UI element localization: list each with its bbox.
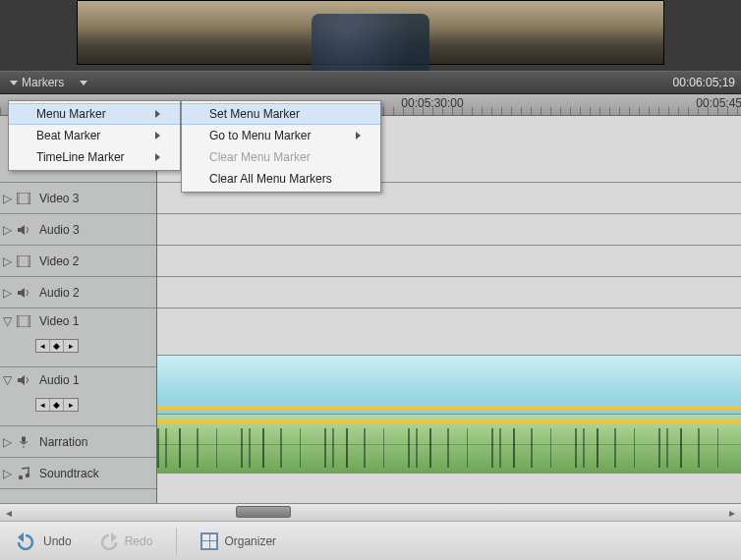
bottom-toolbar: Undo Redo Organizer	[0, 521, 741, 560]
svg-point-14	[19, 475, 23, 478]
track-label: Soundtrack	[39, 467, 99, 480]
chevron-down-icon	[10, 81, 18, 85]
menu-item-set-menu-marker[interactable]: Set Menu Marker	[182, 103, 380, 125]
lane-gap	[157, 308, 741, 356]
svg-rect-1	[17, 193, 20, 204]
track-header-soundtrack[interactable]: ▷ Soundtrack	[0, 458, 156, 489]
svg-rect-2	[28, 193, 30, 204]
waveform-midline	[157, 444, 741, 445]
svg-rect-5	[17, 255, 20, 267]
organizer-icon	[200, 532, 218, 550]
svg-rect-9	[17, 315, 20, 327]
ruler-tick-label: 00:05:30:00	[401, 96, 463, 110]
organizer-button[interactable]: Organizer	[195, 529, 282, 554]
markers-menu-button[interactable]: Markers	[6, 74, 91, 91]
undo-button[interactable]: Undo	[10, 529, 78, 554]
menu-item-clear-all-menu-markers[interactable]: Clear All Menu Markers	[182, 168, 380, 190]
svg-rect-6	[28, 255, 30, 267]
menu-item-clear-menu-marker[interactable]: Clear Menu Marker	[182, 146, 380, 168]
track-display-toggle[interactable]: ◂◆▸	[35, 398, 79, 412]
menu-item-label: Clear Menu Marker	[209, 150, 311, 164]
collapse-icon[interactable]: ▽	[0, 314, 14, 328]
svg-marker-3	[18, 225, 25, 235]
svg-marker-7	[18, 288, 25, 298]
film-icon	[14, 193, 33, 204]
menu-item-label: Set Menu Marker	[209, 107, 300, 121]
speaker-icon	[14, 224, 33, 236]
track-header-video1[interactable]: ▽ Video 1 ◂◆▸	[0, 308, 156, 367]
ruler-tick-label: 00:05:45:00	[696, 96, 741, 110]
menu-item-beat-marker[interactable]: Beat Marker	[9, 125, 180, 146]
lane-narration[interactable]	[157, 474, 741, 503]
track-header-video2[interactable]: ▷ Video 2	[0, 246, 156, 277]
menu-item-label: Clear All Menu Markers	[209, 172, 332, 186]
scroll-right-icon[interactable]: ▸	[723, 504, 741, 522]
lane-audio2[interactable]	[157, 277, 741, 308]
chevron-down-icon	[80, 81, 87, 85]
menu-item-go-to-menu-marker[interactable]: Go to Menu Marker	[182, 125, 380, 146]
expand-icon[interactable]: ▷	[0, 254, 14, 268]
track-header-narration[interactable]: ▷ Narration	[0, 426, 156, 458]
clip-video1[interactable]	[157, 356, 741, 415]
menu-item-timeline-marker[interactable]: TimeLine Marker	[9, 146, 180, 168]
waveform-icon	[157, 428, 741, 448]
expand-icon[interactable]: ▷	[0, 223, 14, 237]
speaker-icon	[14, 374, 33, 386]
track-label: Video 3	[39, 192, 79, 205]
svg-rect-12	[22, 436, 26, 443]
expand-icon[interactable]: ▷	[0, 286, 14, 300]
track-header-audio3[interactable]: ▷ Audio 3	[0, 214, 156, 246]
scroll-thumb[interactable]	[236, 506, 291, 518]
expand-icon[interactable]: ▷	[0, 192, 14, 205]
svg-marker-11	[18, 375, 25, 385]
menu-item-label: TimeLine Marker	[36, 150, 125, 164]
preview-frame	[77, 0, 664, 65]
clip-audio1[interactable]	[157, 415, 741, 474]
lane-audio3[interactable]	[157, 214, 741, 246]
film-icon	[14, 315, 33, 327]
undo-icon	[16, 532, 37, 550]
submenu-caret-icon	[155, 132, 160, 140]
organizer-label: Organizer	[224, 534, 276, 548]
undo-label: Undo	[43, 534, 72, 548]
svg-point-15	[26, 473, 29, 476]
microphone-icon	[14, 435, 33, 449]
redo-label: Redo	[125, 534, 153, 548]
markers-context-menu: Menu Marker Beat Marker TimeLine Marker	[8, 100, 181, 171]
menu-item-label: Menu Marker	[36, 107, 106, 121]
markers-toolbar: Markers 00:06:05;19	[0, 71, 741, 94]
redo-button[interactable]: Redo	[91, 529, 159, 554]
divider	[176, 528, 177, 555]
menu-item-label: Go to Menu Marker	[209, 129, 311, 142]
speaker-icon	[14, 287, 33, 299]
expand-icon[interactable]: ▷	[0, 467, 14, 480]
collapse-icon[interactable]: ▽	[0, 373, 14, 387]
svg-marker-17	[111, 532, 117, 542]
timeline-hscroll[interactable]: ◂ ▸	[0, 503, 741, 521]
track-label: Audio 1	[39, 373, 80, 387]
submenu-caret-icon	[155, 110, 160, 118]
menu-item-menu-marker[interactable]: Menu Marker	[9, 103, 180, 125]
track-label: Video 1	[39, 314, 79, 328]
submenu-caret-icon	[155, 153, 160, 161]
film-icon	[14, 255, 33, 267]
track-display-toggle[interactable]: ◂◆▸	[35, 339, 79, 353]
lane-video2[interactable]	[157, 246, 741, 277]
submenu-caret-icon	[356, 132, 361, 140]
preview-monitor	[0, 0, 741, 71]
track-header-video3[interactable]: ▷ Video 3	[0, 183, 156, 214]
svg-marker-16	[18, 532, 24, 542]
markers-label: Markers	[22, 76, 64, 89]
svg-rect-10	[28, 315, 30, 327]
track-label: Audio 3	[39, 223, 80, 237]
menu-marker-submenu: Set Menu Marker Go to Menu Marker Clear …	[181, 100, 381, 193]
playhead-timecode: 00:06:05;19	[673, 76, 735, 89]
expand-icon[interactable]: ▷	[0, 435, 14, 449]
track-headers: ▷ Video 3 ▷ Audio 3 ▷ Video 2	[0, 116, 157, 503]
track-label: Video 2	[39, 254, 79, 268]
track-header-audio2[interactable]: ▷ Audio 2	[0, 277, 156, 308]
track-label: Audio 2	[39, 286, 80, 300]
redo-icon	[97, 532, 119, 550]
track-header-audio1[interactable]: ▽ Audio 1 ◂◆▸	[0, 367, 156, 426]
scroll-left-icon[interactable]: ◂	[0, 504, 18, 522]
